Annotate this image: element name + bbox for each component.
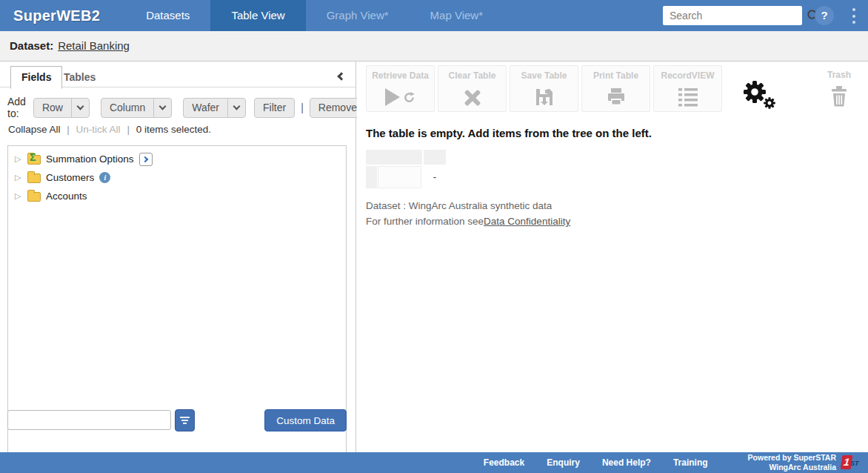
quick-select-input[interactable] bbox=[7, 410, 171, 430]
save-table-button[interactable]: Save Table bbox=[510, 65, 578, 112]
wafer-dropdown[interactable]: Wafer bbox=[183, 98, 246, 118]
app-logo: SuperWEB2 bbox=[0, 0, 125, 31]
dataset-note: Dataset : WingArc Australia synthetic da… bbox=[366, 200, 552, 211]
nav-item-datasets[interactable]: Datasets bbox=[125, 0, 210, 31]
dataset-link[interactable]: Retail Banking bbox=[58, 39, 130, 52]
folder-icon bbox=[27, 192, 41, 202]
footer-bar: Feedback Enquiry Need Help? Training Pow… bbox=[0, 452, 868, 473]
open-summation-icon[interactable] bbox=[139, 153, 153, 166]
powered-by-text: Powered by SuperSTAR WingArc Australia bbox=[748, 453, 836, 472]
table-header-cell bbox=[424, 150, 446, 165]
tree-item-customers[interactable]: ▷ Customers i bbox=[8, 168, 346, 187]
clear-x-icon bbox=[438, 86, 506, 108]
table-toolbar: Retrieve Data Clear Table Save Table bbox=[366, 65, 851, 112]
footer-link-feedback[interactable]: Feedback bbox=[484, 457, 524, 468]
superstar-1st-logo-icon: 1 ST bbox=[841, 454, 861, 471]
search-input[interactable] bbox=[663, 6, 807, 25]
tab-fields[interactable]: Fields bbox=[10, 66, 62, 89]
collapse-all-link[interactable]: Collapse All bbox=[8, 124, 61, 135]
search-box bbox=[663, 6, 802, 25]
empty-table-message: The table is empty. Add items from the t… bbox=[366, 127, 652, 139]
custom-data-button[interactable]: Custom Data bbox=[264, 409, 347, 431]
add-to-toolbar: Add to: Row Column Wafer Filter | Remove bbox=[7, 96, 366, 119]
collapse-panel-icon[interactable] bbox=[335, 69, 346, 79]
tree-item-label: Summation Options bbox=[46, 153, 134, 165]
confidentiality-note: For further information seeData Confiden… bbox=[366, 216, 570, 227]
info-icon[interactable]: i bbox=[99, 172, 110, 183]
footer-link-training[interactable]: Training bbox=[673, 457, 708, 468]
footer-link-enquiry[interactable]: Enquiry bbox=[547, 457, 580, 468]
untick-all-link: Un-tick All bbox=[76, 124, 121, 135]
nav-item-table-view[interactable]: Table View bbox=[210, 0, 305, 31]
print-table-button[interactable]: Print Table bbox=[581, 65, 650, 112]
tree-item-summation-options[interactable]: ▷ Σ Summation Options bbox=[8, 150, 346, 168]
filter-button[interactable]: Filter bbox=[254, 98, 295, 118]
tree-controls: Collapse All | Un-tick All | 0 items sel… bbox=[8, 124, 211, 135]
tree-item-label: Customers bbox=[46, 172, 94, 183]
recordview-button[interactable]: RecordVIEW bbox=[653, 65, 722, 112]
table-body-cell bbox=[378, 166, 421, 188]
printer-icon bbox=[582, 86, 650, 108]
quick-select-row: Custom Data bbox=[7, 409, 347, 431]
table-panel: Retrieve Data Clear Table Save Table bbox=[357, 62, 868, 452]
row-dropdown[interactable]: Row bbox=[33, 98, 90, 118]
retrieve-data-button[interactable]: Retrieve Data bbox=[366, 65, 435, 112]
button-separator: | bbox=[301, 102, 304, 113]
add-to-label: Add to: bbox=[7, 96, 26, 119]
table-header-cell bbox=[366, 150, 422, 165]
items-selected-count: 0 items selected. bbox=[136, 124, 211, 135]
chevron-down-icon[interactable] bbox=[153, 99, 171, 117]
settings-gear-icon[interactable] bbox=[741, 79, 777, 110]
expander-icon[interactable]: ▷ bbox=[15, 173, 25, 182]
nav-item-map-view[interactable]: Map View* bbox=[410, 0, 504, 31]
fields-panel: Fields Tables Add to: Row Column Wafer F… bbox=[0, 62, 356, 452]
save-icon bbox=[510, 86, 578, 108]
dataset-label: Dataset: bbox=[10, 39, 53, 52]
trash-button[interactable]: Trash bbox=[827, 70, 851, 108]
column-dropdown[interactable]: Column bbox=[101, 98, 172, 118]
chevron-down-icon[interactable] bbox=[227, 99, 245, 117]
expander-icon[interactable]: ▷ bbox=[15, 154, 25, 164]
tree-item-accounts[interactable]: ▷ Accounts bbox=[8, 187, 346, 205]
folder-icon bbox=[27, 173, 41, 183]
placeholder-table: - bbox=[366, 150, 446, 188]
list-icon bbox=[654, 86, 721, 108]
nav-item-graph-view[interactable]: Graph View* bbox=[306, 0, 410, 31]
breadcrumb: Dataset:Retail Banking bbox=[0, 31, 868, 62]
chevron-down-icon[interactable] bbox=[71, 99, 89, 117]
top-navbar: SuperWEB2 Datasets Table View Graph View… bbox=[0, 0, 868, 31]
summation-folder-icon: Σ bbox=[27, 155, 41, 165]
overflow-menu-icon[interactable] bbox=[850, 8, 858, 24]
footer-link-need-help[interactable]: Need Help? bbox=[602, 457, 651, 468]
table-row-stub-cell bbox=[366, 166, 377, 188]
data-confidentiality-link[interactable]: Data Confidentiality bbox=[484, 216, 570, 227]
filter-funnel-button[interactable] bbox=[175, 409, 195, 431]
help-icon[interactable]: ? bbox=[815, 6, 834, 25]
table-value-cell: - bbox=[424, 166, 446, 188]
tree-item-label: Accounts bbox=[46, 191, 87, 202]
clear-table-button[interactable]: Clear Table bbox=[438, 65, 507, 112]
expander-icon[interactable]: ▷ bbox=[15, 191, 25, 201]
play-refresh-icon bbox=[367, 86, 434, 108]
trash-icon bbox=[827, 85, 851, 108]
